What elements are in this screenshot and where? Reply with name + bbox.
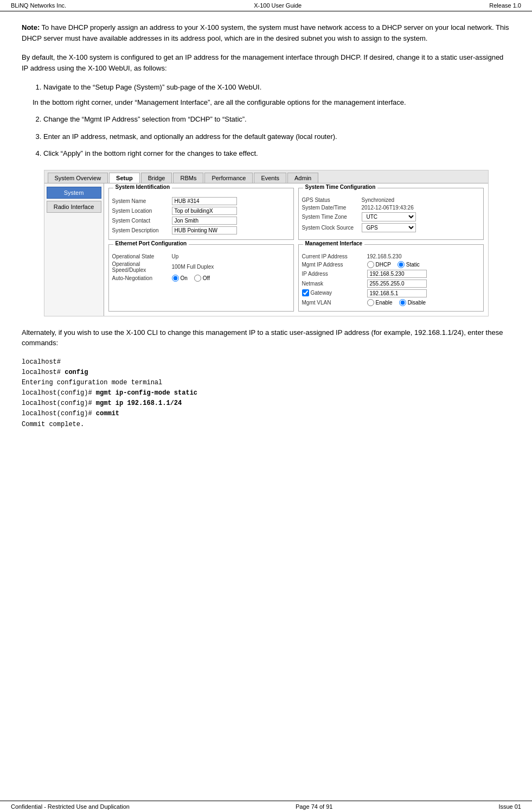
webui-sidebar: System Radio Interface	[44, 183, 104, 316]
sidebar-btn-system[interactable]: System	[47, 187, 101, 199]
page-footer: Confidential - Restricted Use and Duplic…	[0, 801, 532, 812]
vlan-disable-radio[interactable]	[399, 299, 406, 306]
bottom-panel-row: Ethernet Port Configuration Operational …	[108, 244, 484, 312]
webui-body: System Radio Interface System Identifica…	[44, 183, 488, 316]
sysid-panel: System Identification System Name HUB #3…	[108, 188, 294, 240]
nav-tab-rbms[interactable]: RBMs	[173, 173, 203, 183]
autoneg-label: Auto-Negotiation	[112, 275, 172, 281]
sysname-row: System Name HUB #314	[112, 197, 290, 205]
systz-label: System Time Zone	[302, 214, 362, 220]
mgmtvlan-row: Mgmt VLAN Enable Disable	[302, 299, 480, 306]
step-4: Click “Apply” in the bottom right corner…	[43, 148, 510, 159]
vlan-enable-label[interactable]: Enable	[367, 299, 393, 306]
opstate-label: Operational State	[112, 253, 172, 259]
gpsstatus-value: Synchronized	[362, 197, 395, 203]
currentip-row: Current IP Address 192.168.5.230	[302, 253, 480, 259]
code-block: localhost# localhost# config Entering co…	[22, 357, 510, 430]
vlan-enable-radio[interactable]	[367, 299, 374, 306]
nav-tab-system-overview[interactable]: System Overview	[48, 173, 108, 183]
webui-nav: System Overview Setup Bridge RBMs Perfor…	[44, 170, 488, 183]
dhcp-radio[interactable]	[367, 261, 374, 268]
page-header: BLiNQ Networks Inc. X-100 User Guide Rel…	[0, 0, 532, 11]
autoneg-off-label[interactable]: Off	[194, 275, 210, 282]
nav-tab-bridge[interactable]: Bridge	[141, 173, 172, 183]
gateway-checkbox[interactable]	[302, 289, 309, 296]
syscontact-value[interactable]: Jon Smith	[172, 217, 237, 225]
dhcp-label[interactable]: DHCP	[367, 261, 391, 268]
step-1-sub: In the bottom right corner, under “Manag…	[33, 97, 510, 108]
nav-tab-setup[interactable]: Setup	[109, 173, 140, 183]
sysclock-row: System Clock Source GPS	[302, 223, 480, 232]
top-panel-row: System Identification System Name HUB #3…	[108, 188, 484, 240]
body-para-1: By default, the X-100 system is configur…	[22, 52, 510, 73]
autoneg-radios: On Off	[172, 275, 214, 282]
autoneg-on-label[interactable]: On	[172, 275, 188, 282]
footer-page: Page 74 of 91	[296, 803, 333, 810]
sysdt-row: System Date/Time 2012-12-06T19:43:26	[302, 205, 480, 211]
nav-tab-events[interactable]: Events	[254, 173, 286, 183]
mgmt-panel: Management Interface Current IP Address …	[298, 244, 484, 312]
static-label[interactable]: Static	[398, 261, 420, 268]
code-line-1: localhost# localhost# config Entering co…	[22, 358, 197, 428]
sysdt-value: 2012-12-06T19:43:26	[362, 205, 414, 211]
ipaddr-row: IP Address 192.168.5.230	[302, 270, 480, 278]
step-2: Change the “Mgmt IP Address” selection f…	[43, 114, 510, 125]
nav-tab-performance[interactable]: Performance	[204, 173, 253, 183]
currentip-label: Current IP Address	[302, 253, 367, 259]
sidebar-btn-radio-interface[interactable]: Radio Interface	[47, 201, 101, 213]
sysdt-label: System Date/Time	[302, 205, 362, 211]
sysloc-label: System Location	[112, 208, 172, 214]
ethport-panel: Ethernet Port Configuration Operational …	[108, 244, 294, 312]
syscontact-label: System Contact	[112, 218, 172, 224]
systz-row: System Time Zone UTC	[302, 212, 480, 221]
gateway-checkbox-label[interactable]: Gateway	[302, 289, 332, 296]
sysclock-select[interactable]: GPS	[362, 223, 416, 232]
step-1-text: Navigate to the “Setup Page (System)” su…	[43, 83, 261, 91]
note-text: To have DHCP properly assign an address …	[22, 23, 509, 42]
nav-tab-admin[interactable]: Admin	[287, 173, 318, 183]
step-4-text: Click “Apply” in the bottom right corner…	[43, 149, 258, 157]
sysid-panel-title: System Identification	[113, 184, 172, 190]
steps-list: Navigate to the “Setup Page (System)” su…	[43, 82, 510, 159]
sysloc-value[interactable]: Top of buildingX	[172, 207, 237, 215]
ethport-panel-title: Ethernet Port Configuration	[113, 240, 189, 246]
netmask-label: Netmask	[302, 281, 367, 287]
autoneg-off-radio[interactable]	[194, 275, 201, 282]
ipaddr-value[interactable]: 192.168.5.230	[367, 270, 427, 278]
code-bold-4: commit	[96, 410, 119, 417]
static-radio[interactable]	[398, 261, 405, 268]
header-company: BLiNQ Networks Inc.	[11, 2, 66, 9]
netmask-value[interactable]: 255.255.255.0	[367, 280, 427, 288]
sysdesc-value[interactable]: HUB Pointing NW	[172, 226, 237, 234]
webui-screenshot: System Overview Setup Bridge RBMs Perfor…	[44, 170, 489, 316]
gpsstatus-label: GPS Status	[302, 197, 362, 203]
ipaddr-label: IP Address	[302, 271, 367, 277]
sysdesc-row: System Description HUB Pointing NW	[112, 226, 290, 234]
mgmtvlan-radios: Enable Disable	[367, 299, 430, 306]
footer-issue: Issue 01	[498, 803, 521, 810]
systz-select[interactable]: UTC	[362, 212, 416, 221]
currentip-value: 192.168.5.230	[367, 253, 402, 259]
code-bold-3: mgmt ip 192.168.1.1/24	[96, 399, 182, 407]
opstate-row: Operational State Up	[112, 253, 290, 259]
vlan-disable-label[interactable]: Disable	[399, 299, 426, 306]
step-2-text: Change the “Mgmt IP Address” selection f…	[43, 115, 247, 123]
sysloc-row: System Location Top of buildingX	[112, 207, 290, 215]
gpsstatus-row: GPS Status Synchronized	[302, 197, 480, 203]
mgmtip-mode-radios: DHCP Static	[367, 261, 423, 268]
sysdesc-label: System Description	[112, 227, 172, 233]
code-bold-2: mgmt ip-config-mode static	[96, 389, 197, 397]
mgmt-panel-title: Management Interface	[303, 240, 365, 246]
note-label: Note:	[22, 23, 40, 31]
gateway-value[interactable]: 192.168.5.1	[367, 289, 427, 297]
syscontact-row: System Contact Jon Smith	[112, 217, 290, 225]
autoneg-on-radio[interactable]	[172, 275, 179, 282]
step-1: Navigate to the “Setup Page (System)” su…	[43, 82, 510, 107]
gateway-row: Gateway 192.168.5.1	[302, 289, 480, 297]
mgmtip-mode-label: Mgmt IP Address	[302, 262, 367, 268]
opspeed-value: 100M Full Duplex	[172, 264, 214, 270]
step-3-text: Enter an IP address, netmask, and option…	[43, 132, 337, 141]
sysname-value[interactable]: HUB #314	[172, 197, 237, 205]
step-3: Enter an IP address, netmask, and option…	[43, 131, 510, 142]
page-content: Note: To have DHCP properly assign an ad…	[0, 11, 532, 469]
